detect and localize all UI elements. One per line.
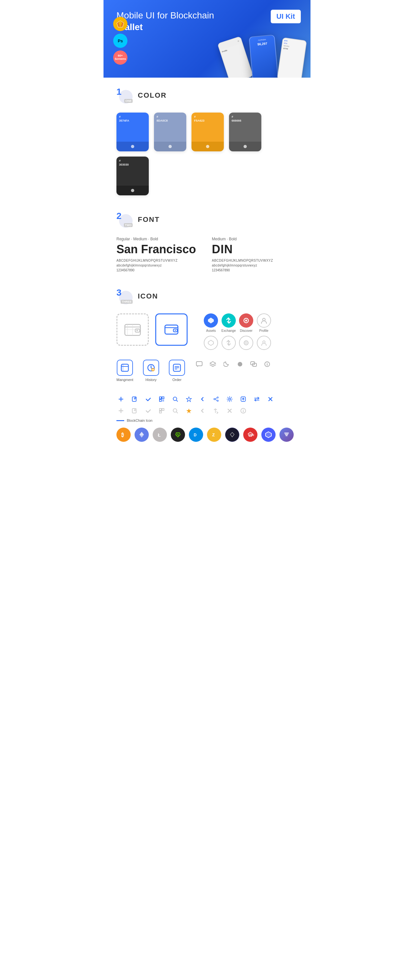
svg-point-18	[263, 341, 265, 343]
zcash-icon: Z	[210, 431, 218, 438]
svg-text:D: D	[194, 433, 197, 437]
icon-share	[212, 395, 221, 404]
profile-icon-outline-svg	[261, 340, 267, 346]
history-icon-item: History	[143, 360, 159, 382]
icon-star	[184, 395, 193, 404]
blockchain-line	[116, 420, 124, 421]
discover-icon-outline-svg	[243, 340, 249, 346]
doc-edit-icon	[132, 396, 137, 402]
hero-title: Mobile UI for Blockchain Wallet	[116, 10, 220, 33]
svg-point-48	[229, 398, 231, 400]
utility-row-2	[116, 406, 298, 415]
svg-rect-8	[165, 325, 178, 334]
plus-gray-icon	[118, 408, 124, 414]
app-icons: Mangment History	[116, 360, 185, 382]
coin-stratis	[279, 428, 294, 442]
icon-search	[171, 395, 180, 404]
color-swatch-3: #F5A623	[191, 113, 224, 151]
icon-info-circle-gray	[239, 406, 248, 415]
svg-point-58	[243, 409, 244, 410]
nav-exchange: Exchange	[221, 313, 236, 332]
wallet-filled-svg	[164, 322, 179, 337]
discover-label: Discover	[240, 329, 253, 332]
eth-icon	[138, 431, 145, 438]
nav-discover-outline	[239, 336, 253, 350]
font-sf-name: San Francisco	[116, 243, 202, 256]
svg-text:Z: Z	[212, 433, 215, 437]
icon-arrows-gray	[212, 406, 221, 415]
color-swatch-3-bottom	[191, 142, 224, 151]
svg-point-54	[174, 409, 177, 412]
color-swatch-1: #3574FA	[116, 113, 149, 151]
nav-discover: Discover	[239, 313, 253, 332]
ui-kit-badge: UI Kit	[271, 10, 301, 23]
icon-search-gray	[171, 406, 180, 415]
font-sf-style: Regular · Medium · Bold	[116, 237, 202, 241]
svg-point-43	[174, 397, 177, 401]
svg-marker-69	[266, 432, 271, 438]
search-icon	[172, 396, 178, 402]
check-gray-icon	[145, 408, 151, 414]
icon-star-filled	[184, 406, 193, 415]
assets-icon-outline-svg	[208, 340, 214, 346]
color-swatch-2-top: #8DA0C8	[154, 113, 186, 142]
coin-ethereum	[135, 428, 149, 442]
svg-point-17	[245, 342, 247, 344]
font-din: Medium · Bold DIN ABCDEFGHIJKLMNOPQRSTUV…	[212, 237, 298, 272]
history-icon	[146, 363, 156, 372]
icon-swap	[252, 395, 261, 404]
color-section-header: 1 ONE COLOR	[116, 88, 298, 103]
nav-icons-group: Assets Exchange	[201, 313, 271, 350]
nav-icons-row1: Assets Exchange	[204, 313, 271, 332]
phone-3: BTC ETH WAVES QTUM	[277, 37, 307, 78]
font-title: FONT	[138, 215, 160, 224]
icon-chevron-left	[198, 395, 207, 404]
svg-marker-55	[186, 409, 191, 414]
svg-point-47	[217, 400, 218, 401]
order-icon	[173, 364, 181, 372]
icon-info	[263, 360, 272, 369]
icon-settings	[225, 395, 234, 404]
discover-icon	[243, 317, 250, 324]
ark-icon: ARK	[247, 431, 254, 438]
management-label: Mangment	[116, 378, 133, 382]
discover-icon-outline	[239, 336, 253, 350]
icon-qr	[157, 395, 166, 404]
star-filled-icon	[186, 408, 192, 414]
profile-label: Profile	[260, 329, 269, 332]
nav-profile-outline	[256, 336, 271, 350]
extra-icons-group	[195, 360, 272, 372]
upload-icon	[240, 396, 246, 402]
nav-assets: Assets	[204, 313, 218, 332]
color-swatch-4-top: #666666	[229, 113, 261, 142]
exchange-icon-outline-svg	[225, 340, 232, 346]
svg-rect-39	[162, 400, 163, 401]
main-content: 1 ONE COLOR #3574FA #8DA0C8 #F5A623	[104, 78, 310, 468]
sketch-badge	[113, 17, 127, 31]
assets-icon	[207, 317, 215, 324]
font-sf-lower: abcdefghijklmnopqrstuvwxyz	[116, 264, 202, 267]
assets-icon-outline	[204, 336, 218, 350]
ltc-icon: Ł	[156, 431, 163, 438]
coin-polymath	[261, 428, 275, 442]
font-sf-nums: 1234567890	[116, 269, 202, 272]
svg-rect-36	[159, 397, 161, 399]
history-icon-box	[143, 360, 159, 376]
qr-icon	[159, 396, 165, 402]
info-icon	[264, 361, 270, 367]
star-icon	[186, 396, 192, 402]
svg-rect-51	[159, 409, 161, 410]
svg-rect-28	[196, 361, 202, 366]
share-icon	[213, 396, 219, 402]
assets-label: Assets	[206, 329, 216, 332]
moon-icon	[223, 361, 229, 367]
svg-text:Ł: Ł	[158, 433, 161, 438]
qr-gray-icon	[159, 408, 165, 414]
dash-icon: D	[193, 431, 199, 438]
icon-plus	[116, 395, 126, 404]
profile-icon-outline	[257, 336, 271, 350]
icon-doc-edit	[130, 395, 139, 404]
icon-x-gray	[225, 406, 234, 415]
exchange-icon	[225, 317, 232, 324]
coin-zcash: Z	[207, 428, 221, 442]
